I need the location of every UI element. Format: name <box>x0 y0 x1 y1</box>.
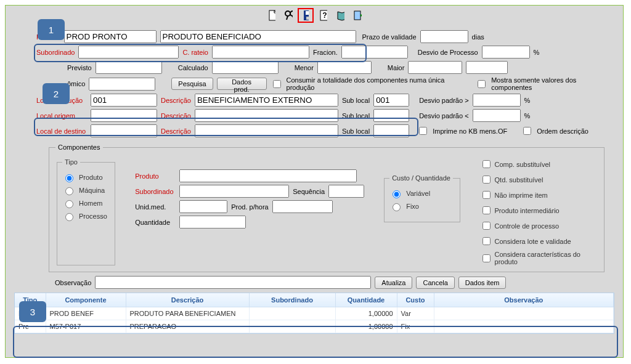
desc2-field[interactable] <box>195 109 338 122</box>
svg-point-2 <box>285 11 290 16</box>
radio-processo[interactable] <box>65 213 73 221</box>
unid-field[interactable] <box>179 200 227 213</box>
radio-fixo-label: Fixo <box>406 203 419 210</box>
radio-homem[interactable] <box>65 200 73 208</box>
seq-field[interactable] <box>328 185 364 198</box>
desvio-label: Desvio de Processo <box>418 49 478 56</box>
chk-comp-sub[interactable] <box>482 160 491 168</box>
cancela-button[interactable]: Cancela <box>416 277 454 289</box>
svg-rect-8 <box>306 17 309 20</box>
comp-produto-label: Produto <box>135 172 176 180</box>
omico-label: ômico <box>67 80 85 87</box>
crateio-label: C. rateio <box>182 49 208 56</box>
exit-icon[interactable] <box>349 8 365 23</box>
save-icon[interactable] <box>298 8 314 23</box>
dpadrao2-label: Desvio padrão < <box>419 112 468 119</box>
produto-code-field[interactable] <box>64 30 157 43</box>
chk-consumir-label: Consumir a totalidade dos componentes nu… <box>287 76 472 91</box>
pct-label-1: % <box>534 49 540 56</box>
atualiza-button[interactable]: Atualiza <box>375 277 412 289</box>
chk-consumir[interactable] <box>273 80 281 88</box>
custo-group: Custo / Quantidade Variável Fixo <box>384 174 460 222</box>
dpadrao2-field[interactable] <box>473 109 521 122</box>
chk-lote[interactable] <box>482 237 491 245</box>
desc3-field[interactable] <box>195 124 338 137</box>
chk-ctrl[interactable] <box>482 222 491 230</box>
chk-carac-label: Considera características do produto <box>495 251 598 265</box>
crateio-field[interactable] <box>212 46 309 59</box>
desvio-field[interactable] <box>482 46 530 59</box>
tipo-legend: Tipo <box>62 158 80 166</box>
radio-variavel[interactable] <box>393 190 401 198</box>
sub3-field[interactable] <box>373 124 409 137</box>
chk-mostra[interactable] <box>478 80 486 88</box>
col-subordinado[interactable]: Subordinado <box>249 293 335 307</box>
local-origem-field[interactable] <box>91 109 157 122</box>
col-quantidade[interactable]: Quantidade <box>335 293 397 307</box>
subordinado-field[interactable] <box>78 46 179 59</box>
help-icon[interactable]: ? <box>315 8 331 23</box>
chk-qtd-sub[interactable] <box>482 176 491 184</box>
chk-nao-imprime-label: Não imprime item <box>495 192 548 199</box>
prazo-label: Prazo de validade <box>362 33 417 41</box>
extra-field[interactable] <box>466 61 508 74</box>
new-icon[interactable] <box>263 8 279 23</box>
search-icon[interactable] <box>280 8 296 23</box>
calculado-field[interactable] <box>212 61 279 74</box>
col-obs[interactable]: Observação <box>434 293 614 307</box>
chk-qtd-sub-label: Qtd. substituível <box>495 176 543 184</box>
sub2-field[interactable] <box>373 109 409 122</box>
local-destino-field[interactable] <box>91 124 157 137</box>
fracion-field[interactable] <box>341 46 408 59</box>
comp-sub-field[interactable] <box>179 185 289 198</box>
table-row[interactable]: PrcM57-P017PREPARACAO1,00000Fix <box>15 320 614 333</box>
phora-field[interactable] <box>272 200 333 213</box>
prazo-field[interactable] <box>420 30 468 43</box>
radio-fixo[interactable] <box>393 203 401 211</box>
radio-variavel-label: Variável <box>406 190 430 197</box>
book-icon[interactable] <box>332 8 348 23</box>
dados-item-button[interactable]: Dados item <box>458 277 507 289</box>
chk-inter[interactable] <box>482 206 491 214</box>
radio-produto[interactable] <box>65 174 73 182</box>
table-row[interactable]: ProdPROD BENEFPRODUTO PARA BENEFICIAMEN1… <box>15 307 614 320</box>
chk-nao-imprime[interactable] <box>482 191 491 199</box>
chk-imprime[interactable] <box>419 127 427 135</box>
pct2-label: % <box>524 112 531 119</box>
col-componente[interactable]: Componente <box>46 293 126 307</box>
chk-ordem[interactable] <box>523 127 531 135</box>
chk-carac[interactable] <box>482 254 491 262</box>
svg-marker-12 <box>360 14 362 17</box>
desc1-label: Descrição <box>161 97 191 104</box>
radio-maquina[interactable] <box>65 187 73 195</box>
sub1-label: Sub local <box>342 97 370 104</box>
desc1-field[interactable] <box>195 94 338 107</box>
previsto-field[interactable] <box>96 61 162 74</box>
app-window: 1 2 3 ? Produto Prazo de validade dias S… <box>5 5 624 358</box>
sub1-field[interactable] <box>373 94 409 107</box>
svg-text:?: ? <box>322 11 327 20</box>
chk-comp-sub-label: Comp. substituível <box>495 161 550 168</box>
fracion-label: Fracion. <box>313 49 338 56</box>
col-descricao[interactable]: Descrição <box>126 293 249 307</box>
dados-prod-button[interactable]: Dados prod. <box>217 78 267 90</box>
menor-field[interactable] <box>317 61 372 74</box>
maior-field[interactable] <box>408 61 462 74</box>
comp-produto-field[interactable] <box>179 169 357 182</box>
chk-ctrl-label: Controle de processo <box>495 222 560 230</box>
dpadrao1-field[interactable] <box>473 94 521 107</box>
componentes-group: Componentes Tipo Produto Máquina Homem P… <box>49 144 605 272</box>
subordinado-label: Subordinado <box>36 49 75 56</box>
qtd-field[interactable] <box>179 216 246 229</box>
obs-field[interactable] <box>95 276 371 289</box>
produto-desc-field[interactable] <box>160 30 356 43</box>
radio-processo-label: Processo <box>79 212 107 220</box>
pesquisa-button[interactable]: Pesquisa <box>171 78 213 90</box>
local-producao-field[interactable] <box>91 94 157 107</box>
chk-mostra-label: Mostra somente valores dos componentes <box>491 76 617 91</box>
omico-field[interactable] <box>89 78 155 91</box>
toolbar: ? <box>6 6 623 25</box>
col-custo[interactable]: Custo <box>397 293 434 307</box>
sub3-label: Sub local <box>342 127 370 135</box>
grid-header-row: Tipo Componente Descrição Subordinado Qu… <box>15 293 614 307</box>
